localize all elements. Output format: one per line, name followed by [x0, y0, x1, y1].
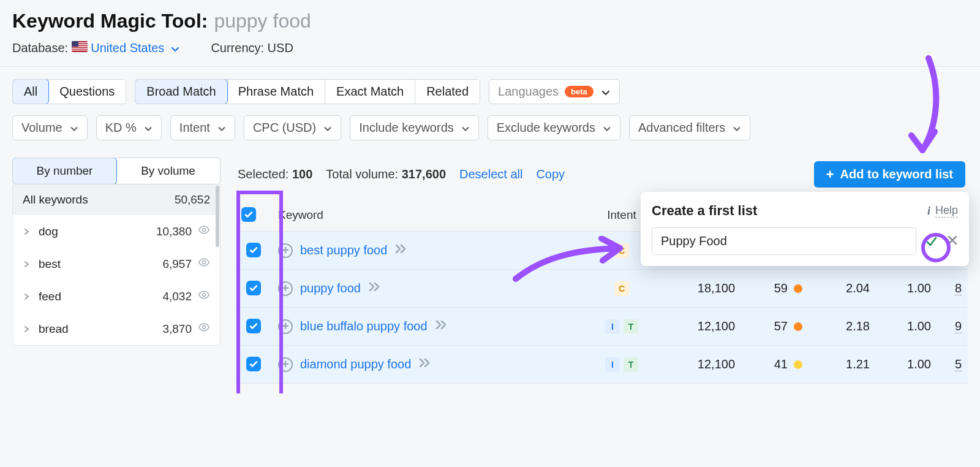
kd-dot-icon — [794, 360, 802, 369]
results-cell: 8 — [937, 270, 968, 308]
meta-row: Database: United States Currency: USD — [12, 41, 968, 55]
sidebar-all-label: All keywords — [23, 193, 88, 207]
copy-link[interactable]: Copy — [536, 167, 565, 181]
page-title-row: Keyword Magic Tool: puppy food — [12, 10, 968, 32]
sidebar-group[interactable]: bread 3,870 — [13, 313, 220, 345]
sidebar-group[interactable]: feed 4,032 — [13, 280, 220, 313]
database-selector[interactable]: Database: United States — [12, 41, 180, 55]
add-keyword-icon[interactable]: + — [278, 357, 293, 372]
confirm-button[interactable] — [922, 232, 941, 251]
sidebar-tab-by-volume[interactable]: By volume — [116, 158, 220, 184]
tab-exact-match[interactable]: Exact Match — [325, 80, 415, 104]
filter-volume[interactable]: Volume — [12, 115, 88, 140]
select-all-checkbox[interactable] — [241, 207, 256, 222]
comp-cell: 1.00 — [876, 308, 937, 346]
svg-rect-5 — [72, 50, 88, 50]
sidebar-group-count: 10,380 — [156, 225, 192, 238]
sidebar-group[interactable]: dog 10,380 — [13, 215, 220, 248]
sidebar-all-keywords[interactable]: All keywords 50,652 — [13, 184, 220, 215]
plus-icon: + — [826, 168, 834, 181]
type-tabs: All Questions — [12, 79, 126, 104]
keyword-link[interactable]: diamond puppy food — [300, 357, 411, 371]
svg-point-7 — [203, 229, 206, 232]
intent-badge-c: C — [614, 243, 629, 258]
expand-icon[interactable] — [368, 281, 382, 295]
add-keyword-icon[interactable]: + — [278, 319, 293, 334]
languages-dropdown[interactable]: Languages beta — [489, 79, 620, 104]
sidebar: By number By volume All keywords 50,652 … — [12, 158, 221, 384]
add-keyword-icon[interactable]: + — [278, 281, 293, 296]
chevron-down-icon — [217, 121, 226, 135]
volume-cell: 12,100 — [655, 346, 741, 384]
table-row: + puppy food C 18,100 59 2.04 1.00 8 — [235, 270, 968, 308]
filter-cpc[interactable]: CPC (USD) — [244, 115, 341, 140]
sidebar-scrollbar[interactable] — [215, 184, 220, 345]
chevron-right-icon — [23, 290, 30, 303]
add-to-keyword-list-button[interactable]: + Add to keyword list — [814, 161, 965, 188]
intent-cell: IT — [594, 319, 649, 334]
intent-badge-t: T — [624, 357, 638, 372]
list-name-input[interactable] — [652, 227, 916, 255]
keyword-link[interactable]: best puppy food — [300, 243, 387, 257]
sidebar-group-count: 3,870 — [162, 322, 192, 336]
keyword-link[interactable]: puppy food — [300, 281, 361, 295]
chevron-down-icon — [70, 121, 78, 135]
keyword-link[interactable]: blue buffalo puppy food — [300, 319, 428, 333]
intent-badge-i: I — [605, 319, 620, 334]
sidebar-tab-by-number[interactable]: By number — [12, 158, 117, 184]
svg-rect-6 — [72, 41, 78, 47]
chevron-right-icon — [23, 225, 30, 238]
cpc-cell: 2.04 — [809, 270, 876, 308]
chevron-down-icon — [144, 121, 153, 135]
kd-dot-icon — [794, 322, 802, 331]
query-term: puppy food — [214, 10, 311, 32]
volume-cell: 18,100 — [655, 270, 741, 308]
eye-icon[interactable] — [198, 256, 210, 271]
expand-icon[interactable] — [394, 243, 408, 257]
tab-related[interactable]: Related — [415, 80, 480, 104]
add-keyword-icon[interactable]: + — [278, 243, 293, 258]
divider — [0, 66, 980, 67]
currency-label: Currency: USD — [211, 41, 293, 55]
info-icon: i — [927, 205, 930, 218]
total-volume: Total volume: 317,600 — [326, 167, 446, 181]
close-button[interactable] — [947, 234, 958, 249]
sidebar-group-name: bread — [39, 322, 69, 336]
filter-exclude[interactable]: Exclude keywords — [488, 115, 620, 140]
comp-cell: 1.00 — [876, 346, 937, 384]
intent-badge-c: C — [614, 281, 629, 296]
tab-questions[interactable]: Questions — [48, 80, 126, 104]
database-label: Database: — [12, 41, 68, 55]
sidebar-group-name: feed — [39, 290, 61, 303]
chevron-right-icon — [23, 322, 30, 336]
intent-cell: C — [594, 281, 649, 296]
kd-cell: 59 — [747, 281, 802, 295]
popover-help-link[interactable]: i Help — [927, 204, 958, 218]
database-value: United States — [91, 41, 164, 55]
row-checkbox[interactable] — [246, 243, 261, 257]
sidebar-group[interactable]: best 6,957 — [13, 248, 220, 280]
filter-include[interactable]: Include keywords — [350, 115, 479, 140]
selected-count: Selected: 100 — [238, 167, 312, 181]
sidebar-group-count: 6,957 — [162, 257, 192, 271]
tab-broad-match[interactable]: Broad Match — [135, 79, 227, 104]
eye-icon[interactable] — [198, 321, 210, 336]
main-panel: Selected: 100 Total volume: 317,600 Dese… — [235, 158, 968, 384]
row-checkbox[interactable] — [246, 357, 261, 371]
eye-icon[interactable] — [198, 224, 210, 239]
row-checkbox[interactable] — [246, 281, 261, 295]
expand-icon[interactable] — [418, 357, 432, 371]
eye-icon[interactable] — [198, 289, 210, 304]
svg-point-10 — [203, 326, 206, 329]
expand-icon[interactable] — [435, 319, 448, 333]
row-checkbox[interactable] — [246, 319, 261, 333]
filter-intent[interactable]: Intent — [170, 115, 235, 140]
tab-phrase-match[interactable]: Phrase Match — [227, 80, 325, 104]
deselect-all-link[interactable]: Deselect all — [459, 167, 522, 181]
filter-advanced[interactable]: Advanced filters — [629, 115, 750, 140]
filter-kd[interactable]: KD % — [96, 115, 162, 140]
table-row: + diamond puppy food IT 12,100 41 1.21 1… — [235, 346, 968, 384]
tab-all[interactable]: All — [12, 79, 49, 104]
col-keyword[interactable]: Keyword — [272, 199, 588, 232]
table-row: + blue buffalo puppy food IT 12,100 57 2… — [235, 308, 968, 346]
